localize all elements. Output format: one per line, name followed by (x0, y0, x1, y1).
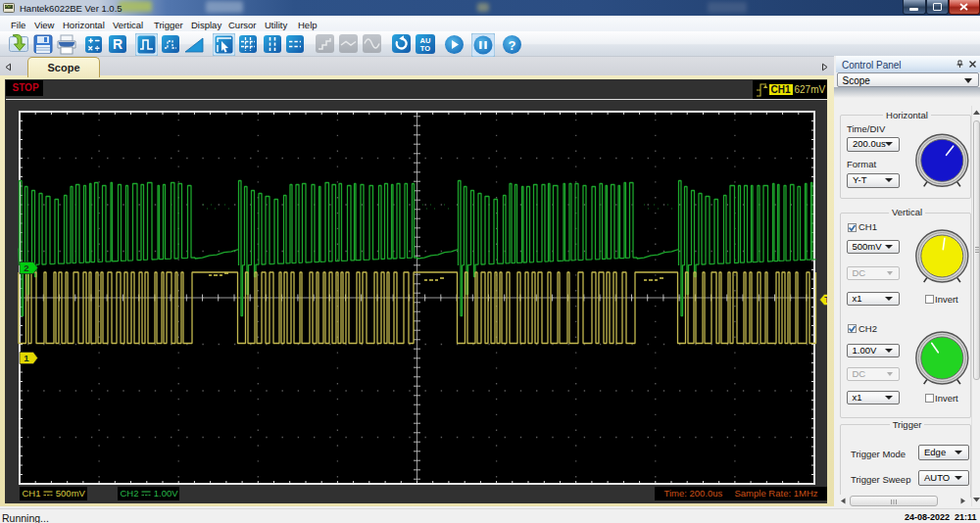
svg-text:R: R (113, 36, 122, 52)
svg-text:?: ? (509, 38, 516, 53)
svg-text:2: 2 (24, 262, 28, 273)
svg-text:1: 1 (24, 353, 29, 363)
svg-text:T: T (824, 295, 827, 305)
svg-text:TO: TO (420, 44, 430, 53)
